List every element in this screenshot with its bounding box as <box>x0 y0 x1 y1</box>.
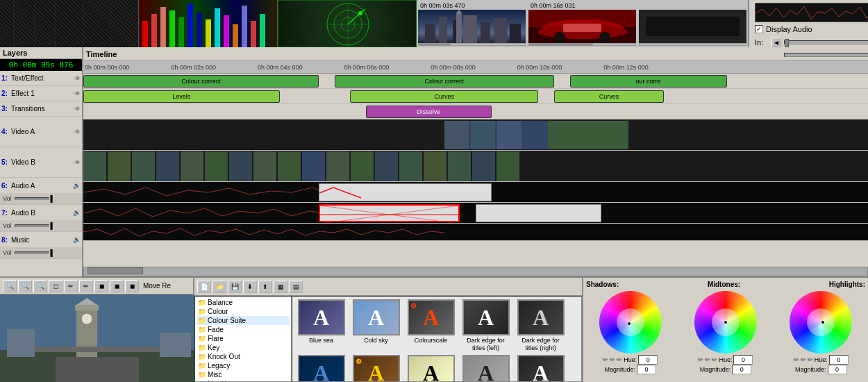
mask-btn-3[interactable]: ◼ <box>125 280 139 292</box>
clip-curves-2[interactable]: Curves <box>554 90 664 103</box>
effect-dark-edge-left[interactable]: A Dark edge for titles (left) <box>460 299 512 352</box>
save-btn[interactable]: 💾 <box>228 281 242 293</box>
in-slider[interactable] <box>784 40 868 44</box>
tree-item-fade[interactable]: 📁 Fade <box>197 325 290 334</box>
clip-curves-1[interactable]: Curves <box>350 90 538 103</box>
list-view-btn[interactable]: ▤ <box>289 281 303 293</box>
midtones-wheel[interactable] <box>694 291 757 354</box>
clip-dissolve[interactable]: Dissolve <box>366 106 492 118</box>
tree-item-key[interactable]: 📁 Key <box>197 343 290 352</box>
layer-item-4[interactable]: 4: Video A 👁 <box>0 117 82 147</box>
clip-levels[interactable]: Levels <box>83 90 280 103</box>
zoom-out-btn[interactable]: 🔍 <box>3 280 17 292</box>
highlights-hue-icon-1[interactable]: ✏ <box>794 356 799 363</box>
midtones-hue-icon-3[interactable]: ✏ <box>712 356 717 363</box>
tree-item-flare[interactable]: 📁 Flare <box>197 334 290 343</box>
midtones-hue-input[interactable] <box>733 355 753 365</box>
layer-item-5[interactable]: 5: Video B 👁 <box>0 147 82 178</box>
effect-row2-3[interactable]: A <box>460 355 512 382</box>
clip-colour-correct-3[interactable]: our corre <box>570 75 727 88</box>
tree-item-misc[interactable]: 📁 Misc <box>197 370 290 379</box>
effect-dark-sky[interactable]: A Dark sky <box>295 355 347 382</box>
layer-visibility-icon-4[interactable]: 👁 <box>74 128 81 135</box>
move-down-btn[interactable]: ⬇ <box>243 281 257 293</box>
edit-btn-1[interactable]: ✏ <box>64 280 78 292</box>
effect-blue-sea[interactable]: A Blue sea <box>295 299 347 352</box>
highlights-hue-icon-2[interactable]: ✏ <box>801 356 806 363</box>
audio-clip-b-2[interactable] <box>476 204 601 222</box>
effect-row2-4[interactable]: A <box>515 355 567 382</box>
effect-dark-edge-right[interactable]: A Dark edge for titles (right) <box>515 299 567 352</box>
tree-item-knockout[interactable]: 📁 Knock Out <box>197 352 290 361</box>
svg-rect-16 <box>233 24 238 47</box>
shadows-wheel[interactable] <box>599 291 662 354</box>
clip-colour-correct-1[interactable]: Colour correct <box>83 75 319 88</box>
edit-btn-2[interactable]: ✏ <box>79 280 93 292</box>
vol-slider-8[interactable] <box>15 251 49 254</box>
layer-item-3[interactable]: 3: Transitions 👁 <box>0 101 82 117</box>
shadows-hue-input[interactable] <box>638 355 658 365</box>
zoom-fit-btn[interactable]: 🔍 <box>33 280 47 292</box>
open-folder-btn[interactable]: 📁 <box>212 281 226 293</box>
tree-item-legacy[interactable]: 📁 Legacy <box>197 361 290 370</box>
vol-slider-7[interactable] <box>15 224 49 227</box>
midtones-wheel-dot[interactable] <box>724 320 728 324</box>
seek-bar-3[interactable] <box>639 43 746 46</box>
layer-speaker-icon-7[interactable]: 🔊 <box>73 209 81 216</box>
timeline-scrollbar[interactable] <box>83 267 868 276</box>
layer-visibility-icon-3[interactable]: 👁 <box>74 106 81 113</box>
effect-colourscale[interactable]: ⚙ A Colourscale <box>405 299 457 352</box>
layer-visibility-icon-1[interactable]: 👁 <box>74 75 81 82</box>
audio-clip-selected[interactable] <box>319 183 492 201</box>
shadows-mag-input[interactable] <box>637 365 656 374</box>
highlights-wheel-dot[interactable] <box>821 320 825 324</box>
shadows-hue-icon-3[interactable]: ✏ <box>617 356 622 363</box>
midtones-hue-icon-2[interactable]: ✏ <box>705 356 710 363</box>
clip-colour-correct-2[interactable]: Colour correct <box>335 75 554 88</box>
display-audio-checkbox[interactable]: ✓ <box>755 25 763 33</box>
mask-btn-1[interactable]: ◼ <box>94 280 108 292</box>
midtones-hue-icon-1[interactable]: ✏ <box>698 356 703 363</box>
video-preview-2[interactable] <box>528 10 636 43</box>
layer-speaker-icon-6[interactable]: 🔊 <box>73 182 81 189</box>
video-preview-3[interactable] <box>639 10 746 43</box>
layer-item-8[interactable]: 8: Music 🔊 <box>0 232 82 247</box>
seek-bar-1[interactable] <box>418 43 526 46</box>
tree-item-balance[interactable]: 📁 Balance <box>197 298 290 307</box>
highlights-hue-icon-3[interactable]: ✏ <box>808 356 813 363</box>
tree-item-colour[interactable]: 📁 Colour <box>197 307 290 316</box>
shadows-hue-icon-2[interactable]: ✏ <box>610 356 615 363</box>
shadows-hue-icon-1[interactable]: ✏ <box>603 356 608 363</box>
new-effect-btn[interactable]: 📄 <box>197 281 211 293</box>
zoom-in-btn[interactable]: 🔍 <box>18 280 32 292</box>
effects-tree[interactable]: 📁 Balance 📁 Colour 📁 Colour Suite 📁 Fade… <box>194 296 292 382</box>
in-prev-btn[interactable]: ◀ <box>771 38 781 47</box>
layer-speaker-icon-8[interactable]: 🔊 <box>73 236 81 243</box>
effect-row2-2[interactable]: A <box>405 355 457 382</box>
video-preview-1[interactable] <box>418 10 526 43</box>
move-up-btn[interactable]: ⬆ <box>258 281 272 293</box>
mask-btn-2[interactable]: ◼ <box>110 280 124 292</box>
highlights-mag-input[interactable] <box>828 365 847 374</box>
highlights-hue-input[interactable] <box>829 355 849 365</box>
audio-clip-b-selected[interactable] <box>319 204 460 222</box>
layer-visibility-icon-5[interactable]: 👁 <box>74 159 81 166</box>
highlights-wheel[interactable] <box>790 291 852 354</box>
grid-view-btn[interactable]: ▦ <box>274 281 287 293</box>
vol-slider-6[interactable] <box>15 197 49 200</box>
viewer-image[interactable] <box>0 294 193 382</box>
seek-bar-2[interactable] <box>528 43 636 46</box>
tree-item-colour-suite[interactable]: 📁 Colour Suite <box>197 316 290 325</box>
effect-row2-1[interactable]: ⚙ A <box>350 355 402 382</box>
layer-item-6[interactable]: 6: Audio A 🔊 <box>0 178 82 193</box>
layer-item-2[interactable]: 2: Effect 1 👁 <box>0 86 82 101</box>
shadows-wheel-dot[interactable] <box>627 322 631 326</box>
layer-visibility-icon-2[interactable]: 👁 <box>74 90 81 97</box>
midtones-mag-input[interactable] <box>732 365 751 374</box>
effect-cold-sky[interactable]: A Cold sky <box>350 299 402 352</box>
crop-btn[interactable]: ◻ <box>49 280 62 292</box>
out-slider[interactable] <box>784 53 868 57</box>
layer-item-7[interactable]: 7: Audio B 🔊 <box>0 205 82 220</box>
layer-item-1[interactable]: 1: Text/Effect 👁 <box>0 71 82 86</box>
tree-item-mosaic[interactable]: 📁 Mosaic <box>197 379 290 382</box>
